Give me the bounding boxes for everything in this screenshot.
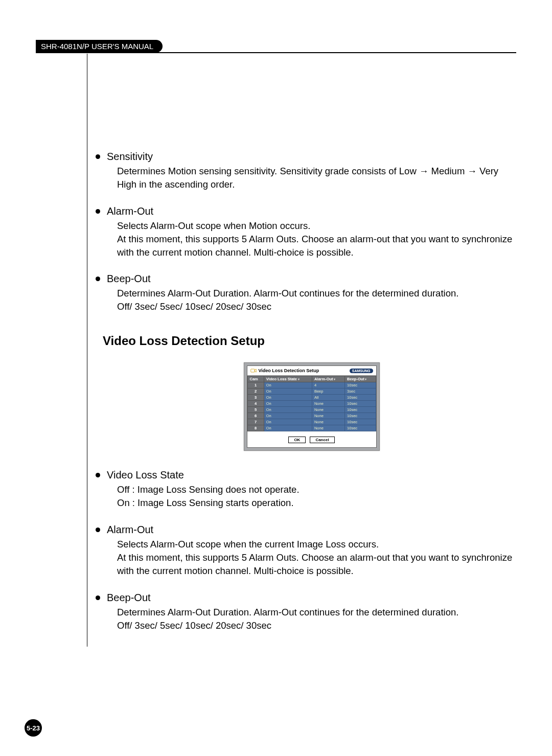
col-alarm[interactable]: Alarm-Out	[312, 376, 344, 382]
bullet-body: Determines Motion sensing sensitivity. S…	[117, 165, 516, 191]
cell-beep[interactable]: 10sec	[345, 395, 376, 401]
table-body: 1On410sec 2OnBeep3sec 3OnAll10sec 4OnNon…	[247, 382, 376, 431]
bullet-beep-out-top: Beep-Out Determines Alarm-Out Duration. …	[107, 273, 516, 313]
bullet-body: Off : Image Loss Sensing does not operat…	[117, 483, 516, 510]
table-row: 3OnAll10sec	[247, 395, 376, 401]
cell-state[interactable]: On	[264, 382, 312, 388]
cell-alarm[interactable]: None	[312, 413, 344, 419]
section-heading: Video Loss Detection Setup	[103, 334, 516, 348]
col-cam: Cam	[247, 376, 264, 382]
cell-alarm[interactable]: 4	[312, 382, 344, 388]
bullet-alarm-out-top: Alarm-Out Selects Alarm-Out scope when M…	[107, 205, 516, 259]
cell-beep[interactable]: 10sec	[345, 419, 376, 425]
table-row: 2OnBeep3sec	[247, 388, 376, 395]
cell-beep[interactable]: 10sec	[345, 382, 376, 388]
cell-state[interactable]: On	[264, 388, 312, 395]
svg-marker-1	[255, 369, 256, 372]
col-state[interactable]: Video Loss State	[264, 376, 312, 382]
bullet-title: Alarm-Out	[107, 205, 153, 217]
cell-alarm[interactable]: All	[312, 395, 344, 401]
cell-cam: 1	[247, 382, 264, 388]
video-loss-table: Cam Video Loss State Alarm-Out Beep-Out …	[247, 376, 376, 431]
cell-state[interactable]: On	[264, 413, 312, 419]
cell-alarm[interactable]: None	[312, 407, 344, 413]
dialog-title-text: Video Loss Detection Setup	[259, 368, 319, 373]
bullet-beep-out-bottom: Beep-Out Determines Alarm-Out Duration. …	[107, 592, 516, 632]
cell-state[interactable]: On	[264, 425, 312, 431]
table-header-row: Cam Video Loss State Alarm-Out Beep-Out	[247, 376, 376, 382]
cell-beep[interactable]: 10sec	[345, 413, 376, 419]
camera-icon	[250, 368, 257, 373]
table-row: 6OnNone10sec	[247, 413, 376, 419]
bullet-title: Video Loss State	[107, 469, 184, 481]
cell-beep[interactable]: 3sec	[345, 388, 376, 395]
cell-cam: 8	[247, 425, 264, 431]
table-row: 4OnNone10sec	[247, 401, 376, 407]
table-row: 7OnNone10sec	[247, 419, 376, 425]
cell-alarm[interactable]: None	[312, 401, 344, 407]
cell-cam: 5	[247, 407, 264, 413]
cell-alarm[interactable]: Beep	[312, 388, 344, 395]
bullet-body: Determines Alarm-Out Duration. Alarm-Out…	[117, 606, 516, 632]
bullet-title: Alarm-Out	[107, 524, 153, 536]
bullet-body: Selects Alarm-Out scope when Motion occu…	[117, 219, 516, 259]
bullet-title: Beep-Out	[107, 592, 151, 604]
cell-alarm[interactable]: None	[312, 419, 344, 425]
ok-button[interactable]: OK	[288, 437, 306, 443]
cell-cam: 7	[247, 419, 264, 425]
bullet-body: Selects Alarm-Out scope when the current…	[117, 538, 516, 578]
bullet-alarm-out-bottom: Alarm-Out Selects Alarm-Out scope when t…	[107, 524, 516, 578]
cell-beep[interactable]: 10sec	[345, 425, 376, 431]
bullet-icon	[96, 473, 100, 477]
header-tab: SHR-4081N/P USER'S MANUAL	[36, 40, 163, 53]
bullet-video-loss-state: Video Loss State Off : Image Loss Sensin…	[107, 469, 516, 510]
bullet-icon	[96, 154, 100, 159]
cell-beep[interactable]: 10sec	[345, 407, 376, 413]
cell-cam: 3	[247, 395, 264, 401]
col-beep[interactable]: Beep-Out	[345, 376, 376, 382]
brand-badge: SAMSUNG	[350, 369, 373, 373]
bullet-body: Determines Alarm-Out Duration. Alarm-Out…	[117, 287, 516, 313]
bullet-icon	[96, 528, 100, 532]
dialog-titlebar: Video Loss Detection Setup SAMSUNG	[247, 366, 376, 376]
video-loss-dialog: Video Loss Detection Setup SAMSUNG Cam V…	[244, 362, 380, 451]
header-rule	[36, 52, 516, 53]
cell-state[interactable]: On	[264, 395, 312, 401]
bullet-icon	[96, 209, 100, 214]
dialog-inner: Video Loss Detection Setup SAMSUNG Cam V…	[247, 365, 377, 448]
svg-rect-0	[250, 369, 255, 372]
table-row: 8OnNone10sec	[247, 425, 376, 431]
cell-state[interactable]: On	[264, 401, 312, 407]
page-content: Sensitivity Determines Motion sensing se…	[87, 54, 516, 647]
manual-page: SHR-4081N/P USER'S MANUAL Sensitivity De…	[0, 0, 552, 756]
table-row: 5OnNone10sec	[247, 407, 376, 413]
bullet-sensitivity: Sensitivity Determines Motion sensing se…	[107, 151, 516, 191]
dialog-buttons: OK Cancel	[247, 431, 376, 447]
page-header: SHR-4081N/P USER'S MANUAL	[36, 40, 516, 54]
cancel-button[interactable]: Cancel	[310, 437, 334, 443]
cell-cam: 4	[247, 401, 264, 407]
bullet-title: Sensitivity	[107, 151, 153, 163]
cell-cam: 2	[247, 388, 264, 395]
cell-cam: 6	[247, 413, 264, 419]
table-row: 1On410sec	[247, 382, 376, 388]
cell-state[interactable]: On	[264, 419, 312, 425]
page-number: 5-23	[25, 719, 42, 737]
cell-alarm[interactable]: None	[312, 425, 344, 431]
bullet-title: Beep-Out	[107, 273, 151, 285]
bullet-icon	[96, 277, 100, 281]
cell-beep[interactable]: 10sec	[345, 401, 376, 407]
bullet-icon	[96, 595, 100, 600]
cell-state[interactable]: On	[264, 407, 312, 413]
